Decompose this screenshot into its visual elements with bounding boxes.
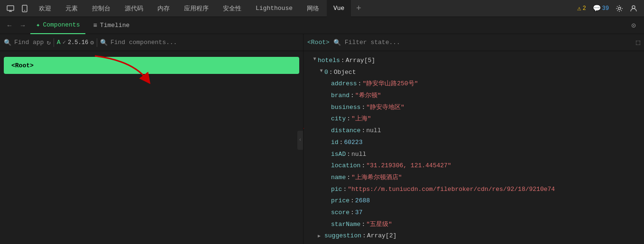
timeline-icon: ≡ [93, 22, 97, 29]
tab-elements[interactable]: 元素 [59, 0, 84, 17]
tab-welcome[interactable]: 欢迎 [32, 0, 58, 17]
version-check: ✓ [63, 39, 66, 46]
tree-row-score: score : 37 [311, 207, 644, 219]
tab-vue[interactable]: Vue [327, 0, 351, 17]
timeline-label: Timeline [100, 22, 129, 29]
tree-row-isad: isAD : null [311, 149, 644, 161]
tree-row-hotels: ▶ hotels : Array[5] [311, 55, 644, 67]
component-tree: <Root> [0, 51, 303, 80]
warning-badge[interactable]: ⚠ 2 [574, 4, 589, 12]
components-icon: ✦ [36, 21, 40, 29]
tree-row-0: ▶ 0 : Object [311, 67, 644, 79]
tree-row-distance: distance : null [311, 125, 644, 137]
svg-rect-0 [7, 6, 14, 10]
warning-icon: ⚠ [577, 4, 581, 12]
forward-button[interactable]: → [17, 20, 28, 31]
tab-console[interactable]: 控制台 [85, 0, 117, 17]
state-panel: ▶ hotels : Array[5] ▶ 0 : Object [304, 51, 644, 244]
tree-row-city: city : "上海" [311, 113, 644, 125]
version-arrow: A [57, 39, 61, 46]
root-tag[interactable]: <Root> [307, 39, 330, 46]
suggestion-arrow[interactable]: ▶ [318, 232, 324, 241]
tab-sources[interactable]: 源代码 [118, 0, 150, 17]
search-icon: 🔍 [4, 39, 11, 46]
target-icon[interactable]: ⊙ [627, 19, 640, 32]
root-node[interactable]: <Root> [4, 57, 299, 74]
warning-count: 2 [582, 5, 586, 12]
tree-row-id: id : 60223 [311, 137, 644, 149]
tab-lighthouse[interactable]: Lighthouse [249, 0, 299, 17]
info-count: 39 [602, 5, 609, 12]
svg-point-2 [24, 10, 25, 11]
menu-bar: 欢迎 元素 控制台 源代码 内存 应用程序 安全性 Lighthouse 网络 … [0, 0, 644, 17]
refresh-icon[interactable]: ↻ [46, 38, 50, 46]
tab-security[interactable]: 安全性 [216, 0, 248, 17]
filter-icon: 🔍 [333, 39, 341, 46]
tab-components[interactable]: ✦ Components [30, 17, 85, 34]
collapse-handle[interactable]: ‹ [297, 131, 303, 150]
info-badge[interactable]: 💬 39 [590, 4, 612, 12]
tree-row-location: location : "31.219306, 121.445427" [311, 160, 644, 172]
tab-network[interactable]: 网络 [300, 0, 326, 17]
settings-icon[interactable] [613, 2, 626, 15]
tree-row-starname: starName : "五星级" [311, 219, 644, 231]
camera-icon[interactable]: ⬚ [636, 38, 640, 47]
tab-timeline[interactable]: ≡ Timeline [87, 17, 135, 34]
tree-row-pic: pic : "https://m.tuniucdn.com/filebroker… [311, 184, 644, 196]
tree-row-business: business : "静安寺地区" [311, 102, 644, 114]
hotels-arrow[interactable]: ▶ [310, 58, 319, 64]
add-tab-icon[interactable]: + [352, 2, 365, 15]
search-icon-2: 🔍 [100, 39, 108, 46]
mobile-icon[interactable] [18, 2, 31, 15]
tree-row-address: address : "静安华山路250号" [311, 78, 644, 90]
filter-placeholder[interactable]: Filter state... [345, 39, 632, 46]
root-node-label: <Root> [11, 62, 34, 69]
back-button[interactable]: ← [4, 20, 15, 31]
svg-point-4 [632, 6, 635, 9]
tree-row-name: name : "上海希尔顿酒店" [311, 172, 644, 184]
tree-row-price: price : 2688 [311, 195, 644, 207]
user-icon[interactable] [627, 2, 640, 15]
tab-application[interactable]: 应用程序 [177, 0, 215, 17]
svg-point-3 [618, 7, 621, 9]
tree-row-brand: brand : "希尔顿" [311, 90, 644, 102]
state-tree: ▶ hotels : Array[5] ▶ 0 : Object [304, 51, 644, 244]
find-app-text[interactable]: Find app [14, 39, 44, 46]
nav-bar: ← → ✦ Components ≡ Timeline ⊙ [0, 17, 644, 34]
components-label: Components [43, 21, 80, 28]
find-components-placeholder[interactable]: Find components... [110, 39, 177, 46]
device-icon[interactable] [4, 2, 17, 15]
tree-row-suggestion: ▶ suggestion : Array[2] [311, 230, 644, 242]
gear-icon[interactable]: ⚙ [90, 39, 94, 46]
version-number: 2.5.16 [68, 39, 88, 46]
info-icon: 💬 [593, 4, 601, 12]
tab-memory[interactable]: 内存 [151, 0, 176, 17]
item0-arrow[interactable]: ▶ [317, 69, 326, 76]
